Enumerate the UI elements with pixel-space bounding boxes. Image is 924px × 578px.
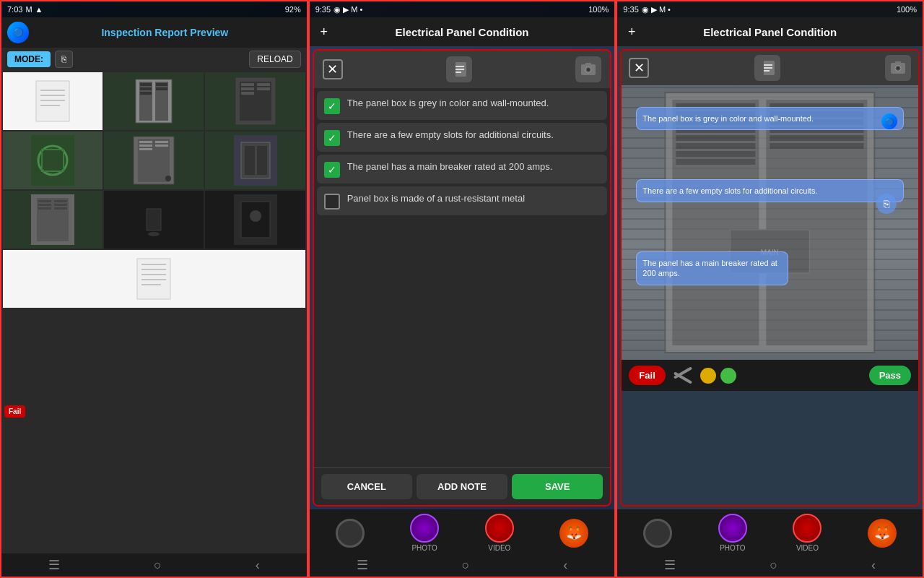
close-button[interactable]: ✕ bbox=[323, 59, 343, 79]
screen3-video-button[interactable]: VIDEO bbox=[793, 514, 821, 552]
ar-share-icon[interactable]: ⎘ bbox=[876, 194, 897, 214]
img-cell-1[interactable] bbox=[3, 72, 103, 130]
screen3-status-right: 100% bbox=[897, 5, 917, 14]
screen3-photo-button[interactable]: PHOTO bbox=[718, 514, 747, 552]
pass-button[interactable]: Pass bbox=[869, 366, 911, 385]
check-item-3: ✓ The panel has a main breaker rated at … bbox=[317, 155, 608, 184]
svg-rect-42 bbox=[54, 207, 67, 210]
screen3-fox-button[interactable]: 🦊 bbox=[868, 519, 897, 548]
ar-view: ✕ bbox=[617, 46, 923, 509]
screen2-gallery-button[interactable] bbox=[336, 519, 365, 548]
svg-point-30 bbox=[165, 176, 171, 181]
image-grid bbox=[1, 71, 307, 553]
svg-rect-68 bbox=[760, 61, 764, 75]
elec-thumbnail-2 bbox=[205, 72, 305, 130]
modal-topbar: ✕ bbox=[314, 51, 611, 88]
svg-rect-37 bbox=[38, 200, 51, 202]
screen2-photo-button[interactable]: PHOTO bbox=[410, 514, 439, 552]
screen3-gallery-button[interactable] bbox=[643, 519, 672, 548]
ar-logo-icon: 🔵 bbox=[881, 113, 897, 129]
doc-thumbnail bbox=[3, 72, 103, 130]
screen2-plus-button[interactable]: + bbox=[315, 23, 333, 40]
reload-button[interactable]: RELOAD bbox=[249, 51, 300, 68]
screen2-panel-header: + Electrical Panel Condition bbox=[310, 17, 615, 46]
screen2-menu-icon[interactable]: ☰ bbox=[354, 554, 371, 576]
screen1-logo: 🔵 bbox=[7, 22, 29, 43]
screen2-cam-controls: PHOTO VIDEO 🦊 bbox=[310, 509, 615, 553]
svg-rect-59 bbox=[452, 62, 456, 77]
add-note-button[interactable]: ADD NOTE bbox=[417, 474, 507, 499]
screen2-video-button[interactable]: VIDEO bbox=[485, 514, 514, 552]
ar-bubble-2-text: There are a few empty slots for addition… bbox=[642, 186, 817, 195]
green-dot[interactable] bbox=[720, 368, 736, 384]
modal-footer: CANCEL ADD NOTE SAVE bbox=[314, 467, 611, 505]
screen3-plus-button[interactable]: + bbox=[623, 23, 640, 40]
svg-point-62 bbox=[587, 69, 590, 72]
img-cell-3[interactable] bbox=[205, 72, 305, 130]
screen-2: 9:35 ◉ ▶ M • 100% + Electrical Panel Con… bbox=[308, 0, 616, 578]
screen1-bottom-nav: ☰ ○ ‹ bbox=[1, 553, 307, 577]
img-row-4 bbox=[3, 250, 305, 308]
screen-3: 9:35 ◉ ▶ M • 100% + Electrical Panel Con… bbox=[616, 0, 924, 578]
photo-circle bbox=[410, 514, 439, 543]
screen3-home-icon[interactable]: ○ bbox=[767, 555, 780, 576]
screen3-time: 9:35 bbox=[623, 5, 638, 14]
camera-button[interactable] bbox=[575, 56, 601, 82]
back-icon[interactable]: ‹ bbox=[253, 555, 263, 576]
share-button[interactable]: ⎘ bbox=[55, 51, 73, 68]
ar-close-button[interactable]: ✕ bbox=[629, 58, 649, 78]
ar-logo-overlay: 🔵 bbox=[881, 113, 897, 129]
check-text-3: The panel has a main breaker rated at 20… bbox=[347, 160, 553, 173]
cancel-button[interactable]: CANCEL bbox=[321, 474, 412, 499]
menu-icon[interactable]: ☰ bbox=[45, 554, 63, 576]
svg-rect-0 bbox=[36, 81, 69, 121]
screen2-signal: ◉ ▶ M • bbox=[334, 5, 362, 14]
svg-rect-34 bbox=[257, 146, 267, 175]
fail-badge[interactable]: Fail bbox=[4, 405, 25, 418]
svg-rect-16 bbox=[241, 87, 254, 90]
img-row-2 bbox=[3, 131, 305, 189]
screen3-menu-icon[interactable]: ☰ bbox=[661, 554, 679, 576]
img-cell-5[interactable] bbox=[104, 131, 204, 189]
screen3-photo-circle bbox=[718, 514, 747, 543]
svg-rect-18 bbox=[257, 83, 270, 86]
checkbox-2[interactable]: ✓ bbox=[324, 130, 340, 146]
screens-container: 7:03 M ▲ 92% 🔵 Inspection Report Preview… bbox=[0, 0, 924, 578]
dark-thumbnail-2 bbox=[205, 191, 305, 249]
svg-rect-17 bbox=[241, 92, 254, 95]
save-button[interactable]: SAVE bbox=[512, 474, 603, 499]
screen2-battery: 100% bbox=[588, 5, 609, 14]
img-cell-10[interactable] bbox=[3, 250, 305, 308]
screen-1: 7:03 M ▲ 92% 🔵 Inspection Report Preview… bbox=[0, 0, 308, 578]
svg-rect-11 bbox=[156, 83, 167, 86]
ar-camera-button[interactable] bbox=[885, 55, 911, 81]
yellow-dot[interactable] bbox=[700, 368, 716, 384]
img-cell-4[interactable] bbox=[3, 131, 103, 189]
svg-rect-40 bbox=[54, 200, 67, 202]
screen1-toolbar: MODE: ⎘ RELOAD bbox=[1, 48, 307, 71]
img-cell-9[interactable] bbox=[205, 191, 305, 249]
screen2-fox-button[interactable]: 🦊 bbox=[559, 519, 588, 548]
img-row-3 bbox=[3, 191, 305, 249]
screen3-fox-circle: 🦊 bbox=[868, 519, 897, 548]
screen2-back-icon[interactable]: ‹ bbox=[560, 555, 570, 576]
screen3-back-icon[interactable]: ‹ bbox=[868, 555, 879, 576]
img-cell-7[interactable] bbox=[3, 191, 103, 249]
svg-rect-29 bbox=[155, 144, 168, 147]
ar-modal: ✕ bbox=[620, 49, 920, 506]
checkbox-4[interactable] bbox=[324, 194, 340, 210]
screen3-video-circle bbox=[793, 514, 821, 543]
img-cell-2[interactable] bbox=[104, 72, 204, 130]
img-cell-6[interactable] bbox=[205, 131, 305, 189]
home-icon[interactable]: ○ bbox=[151, 555, 165, 576]
checkbox-3[interactable]: ✓ bbox=[324, 162, 340, 178]
screen2-home-icon[interactable]: ○ bbox=[459, 555, 473, 576]
img-cell-8[interactable] bbox=[104, 191, 204, 249]
screen3-video-label: VIDEO bbox=[796, 544, 819, 552]
checkbox-1[interactable]: ✓ bbox=[324, 98, 340, 114]
svg-rect-19 bbox=[257, 87, 270, 90]
mode-button[interactable]: MODE: bbox=[7, 51, 51, 67]
fail-button[interactable]: Fail bbox=[629, 366, 665, 385]
tool-group bbox=[673, 371, 693, 379]
img-row-1 bbox=[3, 72, 305, 130]
